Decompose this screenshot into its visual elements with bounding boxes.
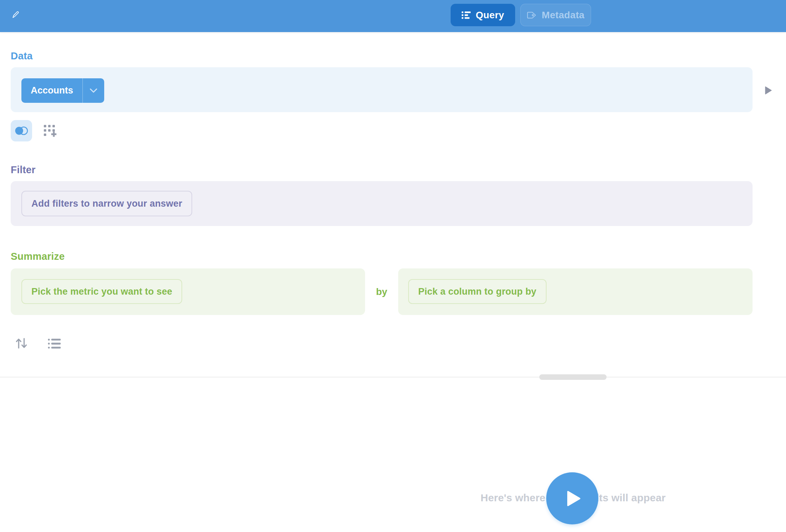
list-icon xyxy=(48,338,61,349)
pick-metric-button[interactable]: Pick the metric you want to see xyxy=(21,279,182,304)
pick-groupby-column-button[interactable]: Pick a column to group by xyxy=(408,279,547,304)
tab-metadata-label: Metadata xyxy=(542,10,584,21)
preview-step-play-icon[interactable] xyxy=(765,86,773,95)
tab-metadata[interactable]: Metadata xyxy=(520,4,591,26)
run-query-button[interactable] xyxy=(546,472,598,524)
app-header: Query Metadata xyxy=(0,0,786,32)
custom-column-button[interactable] xyxy=(43,125,57,138)
summarize-by-label: by xyxy=(365,286,398,297)
grid-plus-icon xyxy=(44,125,57,138)
table-picker-button[interactable]: Accounts xyxy=(21,78,104,103)
play-icon xyxy=(567,491,581,506)
sort-arrows-icon xyxy=(17,339,21,348)
tab-query-label: Query xyxy=(476,10,504,21)
data-section-label: Data xyxy=(11,50,33,62)
join-venn-icon xyxy=(14,126,29,136)
summarize-section-label: Summarize xyxy=(11,251,65,262)
row-limit-button[interactable] xyxy=(48,338,61,349)
join-data-button[interactable] xyxy=(11,120,32,141)
pane-resize-handle[interactable] xyxy=(539,374,607,380)
notebook-list-icon xyxy=(462,11,471,19)
edit-pencil-icon[interactable] xyxy=(11,10,20,19)
add-filter-button[interactable]: Add filters to narrow your answer xyxy=(21,191,192,216)
pane-divider xyxy=(0,377,786,377)
chevron-down-icon xyxy=(83,78,104,103)
data-step: Accounts xyxy=(11,67,753,112)
tab-query[interactable]: Query xyxy=(451,4,515,26)
table-picker-label: Accounts xyxy=(21,78,82,103)
sort-button[interactable] xyxy=(15,337,28,349)
tag-icon xyxy=(527,11,537,19)
filter-section-label: Filter xyxy=(11,164,36,176)
